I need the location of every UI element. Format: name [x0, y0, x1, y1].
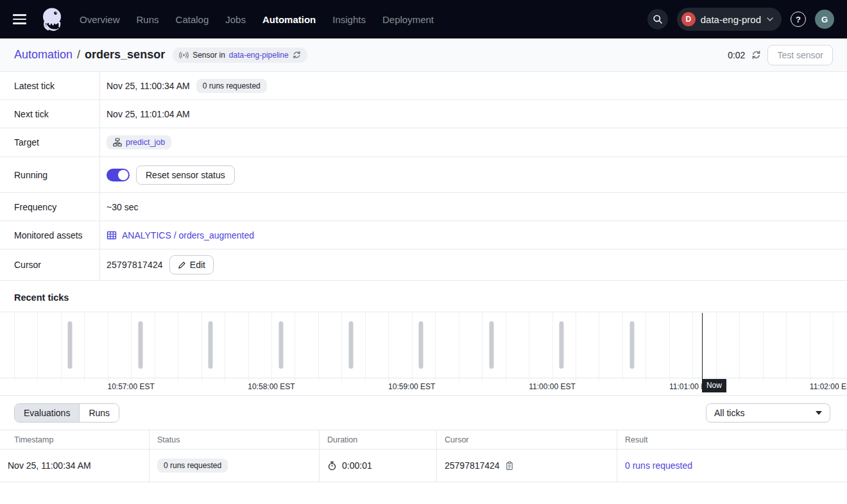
row-cursor: Cursor 25797817424 Edit	[0, 249, 847, 281]
user-avatar[interactable]: G	[815, 10, 834, 29]
tick-bar[interactable]	[138, 321, 142, 369]
gridline-icon	[131, 312, 132, 382]
nav-item-jobs[interactable]: Jobs	[225, 14, 246, 25]
hamburger-menu-icon[interactable]	[10, 8, 32, 30]
cursor-edit-button[interactable]: Edit	[169, 255, 214, 274]
reset-sensor-status-button[interactable]: Reset sensor status	[136, 165, 235, 185]
row-latest-tick: Latest tick Nov 25, 11:00:34 AM 0 runs r…	[0, 72, 847, 100]
row-frequency: Frequency ~30 sec	[0, 193, 847, 221]
gridline-icon	[61, 312, 62, 382]
tick-bar[interactable]	[348, 321, 353, 369]
latest-tick-label: Latest tick	[0, 72, 100, 99]
tab-switcher: Evaluations Runs	[14, 403, 119, 423]
help-button[interactable]: ?	[791, 12, 806, 27]
nav-item-insights[interactable]: Insights	[332, 14, 366, 25]
breadcrumb-automation-link[interactable]: Automation	[14, 48, 73, 62]
gridline-icon	[763, 312, 764, 382]
breadcrumb-separator: /	[77, 48, 80, 62]
workspace-badge: D	[681, 12, 696, 26]
tick-bar[interactable]	[209, 321, 213, 369]
cursor-edit-label: Edit	[190, 260, 205, 270]
gridline-icon	[810, 312, 810, 382]
refresh-icon[interactable]	[751, 50, 761, 60]
tick-bar[interactable]	[489, 321, 493, 369]
asset-table-icon	[107, 230, 117, 240]
gridline-icon	[318, 312, 319, 382]
nav-item-catalog[interactable]: Catalog	[176, 14, 209, 25]
gridline-icon	[716, 312, 717, 382]
gridline-icon	[155, 312, 155, 382]
frequency-value: ~30 sec	[107, 202, 138, 212]
row-next-tick: Next tick Nov 25, 11:01:04 AM	[0, 100, 847, 128]
frequency-label: Frequency	[0, 193, 100, 221]
tab-runs[interactable]: Runs	[79, 404, 119, 422]
gridline-icon	[552, 312, 553, 382]
next-tick-value: Nov 25, 11:01:04 AM	[107, 109, 190, 119]
dagster-logo-icon[interactable]	[38, 4, 65, 34]
gridline-icon	[692, 312, 693, 382]
gridline-icon	[365, 312, 366, 382]
evaluations-table: Timestamp Status Duration Cursor Result …	[0, 430, 847, 482]
workspace-switcher[interactable]: D data-eng-prod	[677, 8, 782, 31]
copy-icon[interactable]	[505, 461, 514, 471]
gridline-icon	[435, 312, 436, 382]
monitored-asset-path: ANALYTICS / orders_augmented	[122, 230, 254, 240]
tick-bar[interactable]	[68, 321, 73, 369]
workspace-name: data-eng-prod	[701, 14, 761, 25]
tab-evaluations[interactable]: Evaluations	[15, 404, 79, 422]
tick-bar[interactable]	[560, 321, 564, 369]
page-header: Automation / orders_sensor Sensor in dat…	[0, 38, 847, 72]
gridline-icon	[739, 312, 740, 382]
gridline-icon	[459, 312, 459, 382]
header-actions: 0:02 Test sensor	[728, 45, 833, 65]
axis-tick-label: 11:00:00 EST	[529, 382, 576, 391]
search-button[interactable]	[647, 9, 668, 29]
target-job-link[interactable]: predict_job	[107, 135, 171, 149]
row-target: Target predict_job	[0, 128, 847, 157]
nav-item-runs[interactable]: Runs	[137, 14, 159, 25]
gridline-icon	[108, 312, 108, 382]
gridline-icon	[599, 312, 599, 382]
tick-bar[interactable]	[629, 321, 634, 369]
gridline-icon	[84, 312, 85, 382]
evaluation-timestamp: Nov 25, 11:00:34 AM	[8, 460, 91, 471]
sensor-badge-prefix: Sensor in	[193, 51, 225, 60]
test-sensor-button[interactable]: Test sensor	[767, 45, 833, 65]
axis-tick-label: 10:58:00 EST	[248, 382, 295, 391]
dropdown-caret-icon	[816, 411, 822, 415]
gridline-icon	[506, 312, 506, 382]
gridline-icon	[412, 312, 413, 382]
latest-tick-value: Nov 25, 11:00:34 AM	[107, 81, 190, 91]
repo-link[interactable]: data-eng-pipeline	[229, 51, 289, 60]
reload-icon[interactable]	[293, 51, 301, 59]
axis-tick-label: 11:02:00 EST	[810, 382, 847, 391]
now-badge: Now	[702, 379, 726, 392]
evaluation-cursor: 25797817424	[445, 460, 500, 471]
evaluations-section: Evaluations Runs All ticks Timestamp Sta…	[0, 395, 847, 482]
sensor-location-badge: Sensor in data-eng-pipeline	[173, 47, 307, 63]
search-icon	[653, 14, 663, 24]
gridline-icon	[786, 312, 787, 382]
tick-bar[interactable]	[419, 321, 424, 369]
evaluation-result-link[interactable]: 0 runs requested	[625, 460, 692, 471]
running-toggle[interactable]	[107, 169, 130, 181]
nav-item-deployment[interactable]: Deployment	[382, 14, 434, 25]
row-monitored-assets: Monitored assets ANALYTICS / orders_augm…	[0, 221, 847, 249]
nav-item-overview[interactable]: Overview	[80, 14, 120, 25]
tick-bar[interactable]	[278, 321, 283, 369]
breadcrumb: Automation / orders_sensor	[14, 48, 165, 62]
gridline-icon	[271, 312, 272, 382]
gridline-icon	[201, 312, 202, 382]
tick-filter-dropdown[interactable]: All ticks	[706, 403, 830, 423]
col-header-status: Status	[150, 430, 320, 449]
nav-item-automation[interactable]: Automation	[262, 14, 316, 25]
gridline-icon	[178, 312, 178, 382]
latest-tick-status-pill: 0 runs requested	[196, 79, 267, 93]
sensor-details: Latest tick Nov 25, 11:00:34 AM 0 runs r…	[0, 72, 847, 281]
evaluation-duration: 0:00:01	[342, 460, 372, 471]
top-navigation-bar: Overview Runs Catalog Jobs Automation In…	[0, 0, 847, 38]
recent-ticks-heading: Recent ticks	[0, 281, 847, 312]
monitored-asset-link[interactable]: ANALYTICS / orders_augmented	[107, 230, 254, 240]
gridline-icon	[646, 312, 646, 382]
gridline-icon	[14, 312, 15, 382]
